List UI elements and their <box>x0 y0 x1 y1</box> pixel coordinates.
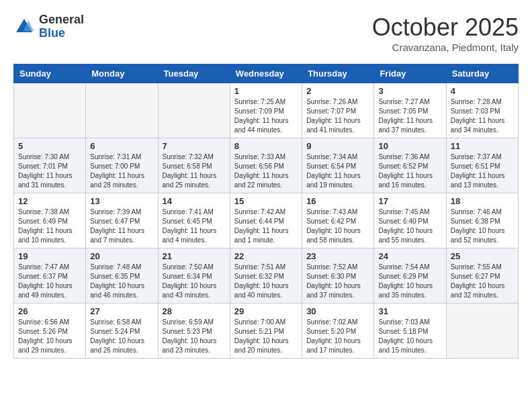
day-info: Sunrise: 7:34 AM Sunset: 6:54 PM Dayligh… <box>306 152 369 190</box>
day-info: Sunrise: 7:54 AM Sunset: 6:29 PM Dayligh… <box>378 263 441 300</box>
day-info: Sunrise: 7:47 AM Sunset: 6:37 PM Dayligh… <box>18 263 81 300</box>
day-number: 14 <box>163 196 226 206</box>
day-number: 9 <box>306 141 369 151</box>
calendar-cell: 29Sunrise: 7:00 AM Sunset: 5:21 PM Dayli… <box>230 304 302 359</box>
day-info: Sunrise: 7:25 AM Sunset: 7:09 PM Dayligh… <box>234 97 298 135</box>
day-number: 16 <box>306 196 369 206</box>
logo-blue-text: Blue <box>39 26 65 40</box>
calendar-cell: 17Sunrise: 7:45 AM Sunset: 6:40 PM Dayli… <box>374 193 446 248</box>
weekday-header: Thursday <box>302 64 374 83</box>
day-number: 15 <box>234 196 298 206</box>
calendar-cell: 30Sunrise: 7:02 AM Sunset: 5:20 PM Dayli… <box>302 304 374 359</box>
calendar-cell: 4Sunrise: 7:28 AM Sunset: 7:03 PM Daylig… <box>446 83 518 138</box>
calendar-cell: 18Sunrise: 7:46 AM Sunset: 6:38 PM Dayli… <box>446 193 518 248</box>
title-block: October 2025 Cravanzana, Piedmont, Italy <box>372 13 519 53</box>
day-info: Sunrise: 7:43 AM Sunset: 6:42 PM Dayligh… <box>306 208 369 245</box>
calendar-week-row: 1Sunrise: 7:25 AM Sunset: 7:09 PM Daylig… <box>14 83 519 138</box>
day-info: Sunrise: 7:03 AM Sunset: 5:18 PM Dayligh… <box>378 318 441 355</box>
calendar-cell: 7Sunrise: 7:32 AM Sunset: 6:58 PM Daylig… <box>158 138 230 193</box>
day-number: 1 <box>234 86 298 96</box>
weekday-header: Sunday <box>14 64 86 83</box>
day-number: 26 <box>18 306 81 316</box>
calendar-cell: 12Sunrise: 7:38 AM Sunset: 6:49 PM Dayli… <box>14 193 86 248</box>
calendar-cell: 14Sunrise: 7:41 AM Sunset: 6:45 PM Dayli… <box>158 193 230 248</box>
day-info: Sunrise: 7:36 AM Sunset: 6:52 PM Dayligh… <box>378 152 441 190</box>
day-info: Sunrise: 7:52 AM Sunset: 6:30 PM Dayligh… <box>306 263 369 300</box>
day-info: Sunrise: 6:59 AM Sunset: 5:23 PM Dayligh… <box>163 318 226 355</box>
day-number: 29 <box>234 306 298 316</box>
calendar-cell: 19Sunrise: 7:47 AM Sunset: 6:37 PM Dayli… <box>14 248 86 304</box>
calendar-week-row: 19Sunrise: 7:47 AM Sunset: 6:37 PM Dayli… <box>14 248 519 304</box>
calendar-cell: 16Sunrise: 7:43 AM Sunset: 6:42 PM Dayli… <box>302 193 374 248</box>
day-info: Sunrise: 7:02 AM Sunset: 5:20 PM Dayligh… <box>306 318 369 355</box>
day-info: Sunrise: 6:58 AM Sunset: 5:24 PM Dayligh… <box>90 318 153 355</box>
calendar-cell: 10Sunrise: 7:36 AM Sunset: 6:52 PM Dayli… <box>374 138 446 193</box>
day-number: 21 <box>163 251 226 261</box>
logo-icon <box>13 16 35 38</box>
day-info: Sunrise: 7:46 AM Sunset: 6:38 PM Dayligh… <box>451 208 514 245</box>
day-number: 17 <box>378 196 441 206</box>
weekday-header: Saturday <box>446 64 518 83</box>
calendar-cell: 22Sunrise: 7:51 AM Sunset: 6:32 PM Dayli… <box>230 248 302 304</box>
calendar-cell: 11Sunrise: 7:37 AM Sunset: 6:51 PM Dayli… <box>446 138 518 193</box>
calendar-cell: 2Sunrise: 7:26 AM Sunset: 7:07 PM Daylig… <box>302 83 374 138</box>
day-info: Sunrise: 7:51 AM Sunset: 6:32 PM Dayligh… <box>234 263 298 300</box>
day-info: Sunrise: 7:41 AM Sunset: 6:45 PM Dayligh… <box>163 208 226 245</box>
calendar-cell: 13Sunrise: 7:39 AM Sunset: 6:47 PM Dayli… <box>86 193 158 248</box>
calendar-cell: 31Sunrise: 7:03 AM Sunset: 5:18 PM Dayli… <box>374 304 446 359</box>
day-number: 31 <box>378 306 441 316</box>
calendar-cell: 3Sunrise: 7:27 AM Sunset: 7:05 PM Daylig… <box>374 83 446 138</box>
day-number: 10 <box>378 141 441 151</box>
weekday-header: Monday <box>86 64 158 83</box>
day-number: 4 <box>451 86 514 96</box>
day-info: Sunrise: 7:31 AM Sunset: 7:00 PM Dayligh… <box>90 152 153 190</box>
day-number: 19 <box>18 251 81 261</box>
day-number: 5 <box>18 141 81 151</box>
day-info: Sunrise: 7:27 AM Sunset: 7:05 PM Dayligh… <box>378 97 441 135</box>
day-info: Sunrise: 6:56 AM Sunset: 5:26 PM Dayligh… <box>18 318 81 355</box>
calendar-week-row: 12Sunrise: 7:38 AM Sunset: 6:49 PM Dayli… <box>14 193 519 248</box>
day-info: Sunrise: 7:00 AM Sunset: 5:21 PM Dayligh… <box>234 318 298 355</box>
calendar-cell <box>86 83 158 138</box>
day-info: Sunrise: 7:39 AM Sunset: 6:47 PM Dayligh… <box>90 208 153 245</box>
weekday-header: Tuesday <box>158 64 230 83</box>
calendar-cell <box>158 83 230 138</box>
day-info: Sunrise: 7:37 AM Sunset: 6:51 PM Dayligh… <box>451 152 514 190</box>
day-number: 20 <box>90 251 153 261</box>
calendar-cell: 15Sunrise: 7:42 AM Sunset: 6:44 PM Dayli… <box>230 193 302 248</box>
day-info: Sunrise: 7:50 AM Sunset: 6:34 PM Dayligh… <box>163 263 226 300</box>
month-title: October 2025 <box>372 13 519 42</box>
calendar-cell: 20Sunrise: 7:48 AM Sunset: 6:35 PM Dayli… <box>86 248 158 304</box>
calendar-week-row: 5Sunrise: 7:30 AM Sunset: 7:01 PM Daylig… <box>14 138 519 193</box>
calendar-cell: 8Sunrise: 7:33 AM Sunset: 6:56 PM Daylig… <box>230 138 302 193</box>
day-number: 28 <box>163 306 226 316</box>
logo-general-text: General <box>39 13 84 26</box>
weekday-header: Wednesday <box>230 64 302 83</box>
day-number: 11 <box>451 141 514 151</box>
calendar-cell: 26Sunrise: 6:56 AM Sunset: 5:26 PM Dayli… <box>14 304 86 359</box>
day-info: Sunrise: 7:26 AM Sunset: 7:07 PM Dayligh… <box>306 97 369 135</box>
calendar-cell <box>446 304 518 359</box>
day-number: 22 <box>234 251 298 261</box>
calendar-cell: 21Sunrise: 7:50 AM Sunset: 6:34 PM Dayli… <box>158 248 230 304</box>
day-info: Sunrise: 7:28 AM Sunset: 7:03 PM Dayligh… <box>451 97 514 135</box>
calendar-table: SundayMondayTuesdayWednesdayThursdayFrid… <box>13 64 519 359</box>
day-number: 25 <box>451 251 514 261</box>
calendar-cell: 24Sunrise: 7:54 AM Sunset: 6:29 PM Dayli… <box>374 248 446 304</box>
calendar-cell: 28Sunrise: 6:59 AM Sunset: 5:23 PM Dayli… <box>158 304 230 359</box>
day-number: 18 <box>451 196 514 206</box>
day-number: 12 <box>18 196 81 206</box>
calendar-cell: 23Sunrise: 7:52 AM Sunset: 6:30 PM Dayli… <box>302 248 374 304</box>
weekday-header-row: SundayMondayTuesdayWednesdayThursdayFrid… <box>14 64 519 83</box>
calendar-cell: 6Sunrise: 7:31 AM Sunset: 7:00 PM Daylig… <box>86 138 158 193</box>
day-info: Sunrise: 7:32 AM Sunset: 6:58 PM Dayligh… <box>163 152 226 190</box>
day-info: Sunrise: 7:30 AM Sunset: 7:01 PM Dayligh… <box>18 152 81 190</box>
day-number: 3 <box>378 86 441 96</box>
day-number: 8 <box>234 141 298 151</box>
day-info: Sunrise: 7:48 AM Sunset: 6:35 PM Dayligh… <box>90 263 153 300</box>
calendar-cell: 27Sunrise: 6:58 AM Sunset: 5:24 PM Dayli… <box>86 304 158 359</box>
day-number: 7 <box>163 141 226 151</box>
calendar-cell: 9Sunrise: 7:34 AM Sunset: 6:54 PM Daylig… <box>302 138 374 193</box>
day-info: Sunrise: 7:33 AM Sunset: 6:56 PM Dayligh… <box>234 152 298 190</box>
day-number: 2 <box>306 86 369 96</box>
